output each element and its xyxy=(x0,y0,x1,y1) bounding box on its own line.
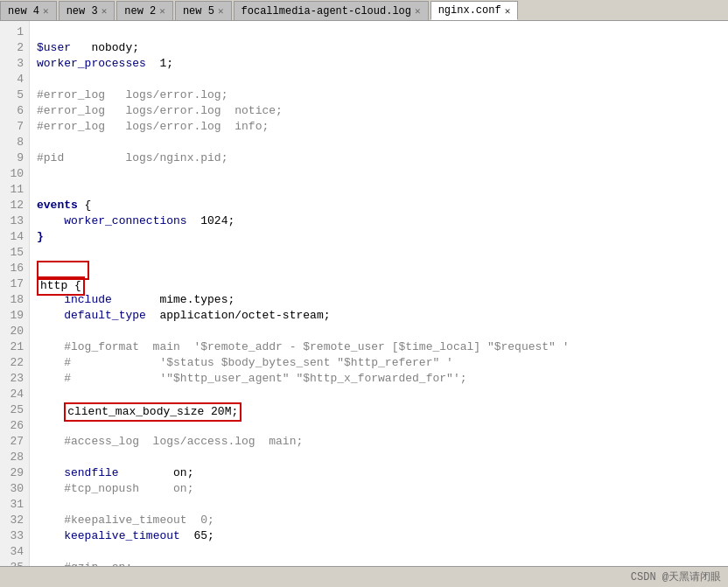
code-line-21: #log_format main '$remote_addr - $remote… xyxy=(37,339,721,355)
code-line-8 xyxy=(37,135,721,150)
code-line-5: #error_log logs/error.log; xyxy=(37,87,721,103)
line-num-27: 27 xyxy=(4,434,24,450)
line-num-14: 14 xyxy=(4,229,24,245)
line-num-12: 12 xyxy=(4,198,24,213)
code-line-30: #tcp_nopush on; xyxy=(37,481,721,497)
line-num-13: 13 xyxy=(4,213,24,229)
line-num-17: 17 xyxy=(4,276,24,292)
code-area[interactable]: $user nobody;worker_processes 1;#error_l… xyxy=(30,21,728,566)
line-num-33: 33 xyxy=(4,528,24,544)
tab-bar: new 4✕new 3✕new 2✕new 5✕focallmedia-agen… xyxy=(0,0,728,21)
tab-new-3[interactable]: new 3✕ xyxy=(59,1,116,20)
line-numbers: 1234567891011121314151617181920212223242… xyxy=(0,21,30,566)
line-num-26: 26 xyxy=(4,418,24,434)
code-line-10 xyxy=(37,166,721,182)
line-num-11: 11 xyxy=(4,182,24,198)
code-line-31 xyxy=(37,497,721,513)
line-num-3: 3 xyxy=(4,56,24,72)
editor: 1234567891011121314151617181920212223242… xyxy=(0,21,728,566)
line-num-29: 29 xyxy=(4,465,24,481)
line-num-18: 18 xyxy=(4,292,24,308)
code-line-6: #error_log logs/error.log notice; xyxy=(37,103,721,119)
code-line-23: # '"$http_user_agent" "$http_x_forwarded… xyxy=(37,371,721,387)
line-num-25: 25 xyxy=(4,402,24,418)
code-line-28 xyxy=(37,450,721,465)
code-line-27: #access_log logs/access.log main; xyxy=(37,434,721,450)
code-line-16 xyxy=(37,261,721,276)
code-line-3: worker_processes 1; xyxy=(37,56,721,72)
code-line-18: include mime.types; xyxy=(37,292,721,308)
tab-focallmedia-agent-cloud.log[interactable]: focallmedia-agent-cloud.log✕ xyxy=(234,1,429,20)
line-num-24: 24 xyxy=(4,387,24,402)
code-line-2: $user nobody; xyxy=(37,40,721,56)
code-line-29: sendfile on; xyxy=(37,465,721,481)
code-line-22: # '$status $body_bytes_sent "$http_refer… xyxy=(37,355,721,371)
line-num-2: 2 xyxy=(4,40,24,56)
code-line-24 xyxy=(37,387,721,402)
code-line-35: #gzip on; xyxy=(37,560,721,566)
line-num-10: 10 xyxy=(4,166,24,182)
line-num-31: 31 xyxy=(4,497,24,513)
code-line-25: client_max_body_size 20M; xyxy=(37,402,721,418)
line-num-4: 4 xyxy=(4,72,24,87)
code-line-33: keepalive_timeout 65; xyxy=(37,528,721,544)
code-line-14: } xyxy=(37,229,721,245)
line-num-1: 1 xyxy=(4,24,24,40)
code-line-19: default_type application/octet-stream; xyxy=(37,308,721,324)
code-line-9: #pid logs/nginx.pid; xyxy=(37,150,721,166)
tab-new-4[interactable]: new 4✕ xyxy=(0,1,57,20)
line-num-8: 8 xyxy=(4,135,24,150)
line-num-23: 23 xyxy=(4,371,24,387)
code-line-11 xyxy=(37,182,721,198)
line-num-20: 20 xyxy=(4,324,24,339)
line-num-28: 28 xyxy=(4,450,24,465)
line-num-6: 6 xyxy=(4,103,24,119)
line-num-9: 9 xyxy=(4,150,24,166)
code-line-7: #error_log logs/error.log info; xyxy=(37,119,721,135)
code-line-17: http { xyxy=(37,276,721,292)
tab-new-2[interactable]: new 2✕ xyxy=(116,1,173,20)
tab-new-5[interactable]: new 5✕ xyxy=(175,1,232,20)
line-num-32: 32 xyxy=(4,513,24,528)
code-line-15 xyxy=(37,245,721,261)
watermark: CSDN @天黑请闭眼 xyxy=(631,570,721,584)
code-line-4 xyxy=(37,72,721,87)
line-num-30: 30 xyxy=(4,481,24,497)
code-line-20 xyxy=(37,324,721,339)
line-num-21: 21 xyxy=(4,339,24,355)
line-num-35: 35 xyxy=(4,560,24,566)
code-line-1 xyxy=(37,24,721,40)
code-line-13: worker_connections 1024; xyxy=(37,213,721,229)
tab-nginx.conf[interactable]: nginx.conf✕ xyxy=(430,1,519,20)
line-num-16: 16 xyxy=(4,261,24,276)
line-num-7: 7 xyxy=(4,119,24,135)
line-num-15: 15 xyxy=(4,245,24,261)
status-bar: CSDN @天黑请闭眼 xyxy=(0,566,728,587)
line-num-34: 34 xyxy=(4,544,24,560)
code-line-34 xyxy=(37,544,721,560)
line-num-19: 19 xyxy=(4,308,24,324)
code-line-32: #keepalive_timeout 0; xyxy=(37,513,721,528)
line-num-5: 5 xyxy=(4,87,24,103)
code-line-12: events { xyxy=(37,198,721,213)
line-num-22: 22 xyxy=(4,355,24,371)
